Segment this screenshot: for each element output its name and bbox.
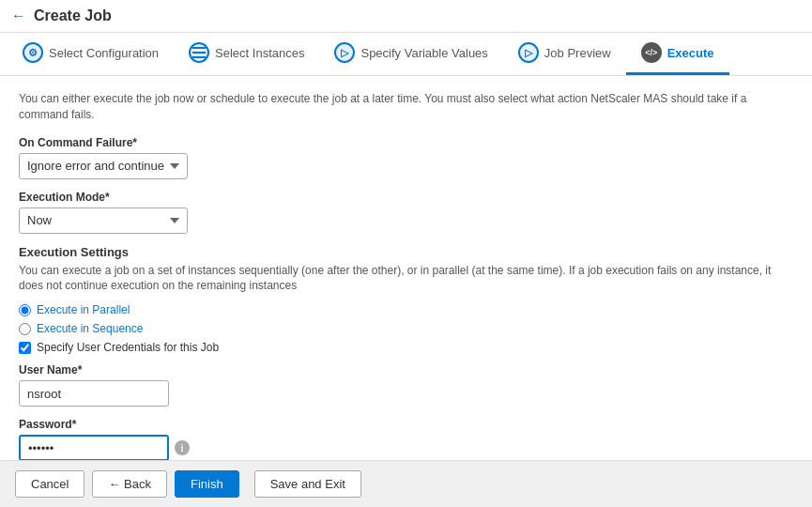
page-header: ← Create Job: [0, 0, 812, 33]
password-row: i: [19, 435, 793, 461]
credentials-checkbox-group: Specify User Credentials for this Job: [19, 341, 793, 354]
svg-rect-2: [192, 56, 206, 58]
finish-button[interactable]: Finish: [175, 470, 239, 498]
password-input[interactable]: [19, 435, 169, 461]
footer-bar: Cancel ← Back Finish Save and Exit: [0, 460, 812, 507]
tab-icon-preview: ▷: [518, 42, 539, 63]
info-text: You can either execute the job now or sc…: [19, 91, 793, 123]
password-label: Password*: [19, 418, 793, 431]
tab-icon-execute: </>: [641, 42, 662, 63]
radio-sequence-group: Execute in Sequence: [19, 322, 793, 335]
tab-label-select-configuration: Select Configuration: [49, 46, 159, 60]
svg-rect-0: [192, 47, 206, 49]
tab-specify-variable-values[interactable]: ▷ Specify Variable Values: [319, 33, 502, 75]
radio-parallel[interactable]: [19, 304, 31, 316]
tab-label-select-instances: Select Instances: [215, 46, 304, 60]
tab-job-preview[interactable]: ▷ Job Preview: [503, 33, 626, 75]
cancel-button[interactable]: Cancel: [15, 470, 84, 498]
svg-rect-1: [192, 52, 206, 54]
tab-select-instances[interactable]: Select Instances: [174, 33, 319, 75]
back-icon[interactable]: ←: [11, 8, 26, 24]
on-command-failure-label: On Command Failure*: [19, 136, 793, 149]
execution-settings-desc: You can execute a job on a set of instan…: [19, 263, 793, 295]
radio-sequence-label[interactable]: Execute in Sequence: [37, 322, 143, 335]
credentials-checkbox[interactable]: [19, 342, 31, 354]
back-button[interactable]: ← Back: [92, 470, 167, 498]
tab-label-specify-variable-values: Specify Variable Values: [360, 46, 487, 60]
tab-label-execute: Execute: [667, 46, 714, 60]
username-input[interactable]: [19, 380, 169, 407]
tab-icon-instances: [189, 42, 209, 63]
tab-select-configuration[interactable]: ⚙ Select Configuration: [8, 33, 174, 75]
tab-icon-variable: ▷: [334, 42, 355, 63]
on-command-failure-select[interactable]: Ignore error and continue Stop execution: [19, 153, 188, 179]
radio-parallel-label[interactable]: Execute in Parallel: [37, 303, 130, 316]
tab-icon-gear: ⚙: [23, 42, 43, 63]
tab-execute[interactable]: </> Execute: [626, 33, 729, 75]
wizard-tabs: ⚙ Select Configuration Select Instances …: [0, 33, 812, 76]
credentials-checkbox-label[interactable]: Specify User Credentials for this Job: [37, 341, 219, 354]
tab-label-job-preview: Job Preview: [544, 46, 611, 60]
username-label: User Name*: [19, 363, 793, 376]
content-scroll: You can either execute the job now or sc…: [19, 91, 793, 485]
execution-mode-label: Execution Mode*: [19, 191, 793, 204]
radio-parallel-group: Execute in Parallel: [19, 303, 793, 316]
execution-mode-group: Execution Mode* Now Schedule: [19, 191, 793, 234]
save-and-exit-button[interactable]: Save and Exit: [254, 470, 361, 498]
execution-mode-select[interactable]: Now Schedule: [19, 207, 188, 234]
execution-settings-block: Execution Settings You can execute a job…: [19, 245, 793, 485]
info-icon[interactable]: i: [175, 440, 190, 455]
radio-sequence[interactable]: [19, 323, 31, 335]
on-command-failure-group: On Command Failure* Ignore error and con…: [19, 136, 793, 179]
content-area: You can either execute the job now or sc…: [0, 76, 812, 500]
execution-settings-title: Execution Settings: [19, 245, 793, 259]
username-group: User Name*: [19, 363, 793, 407]
password-group: Password* i: [19, 418, 793, 461]
page-title: Create Job: [34, 8, 112, 24]
